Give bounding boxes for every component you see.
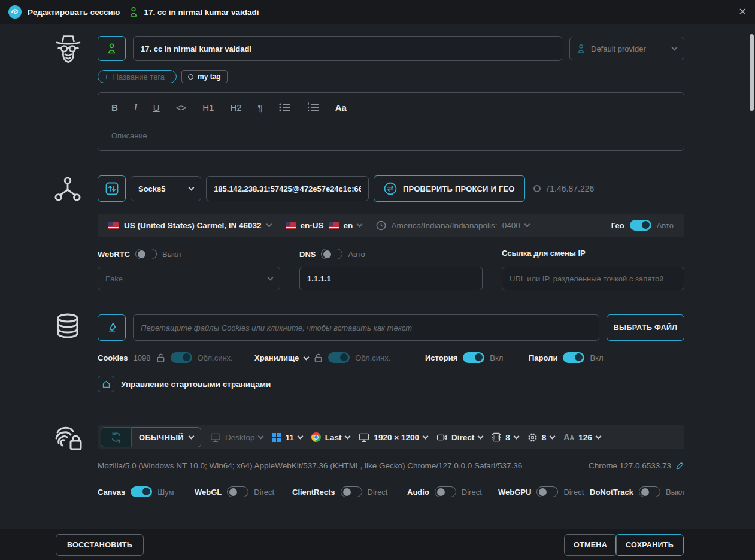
fingerprint-section-icon — [53, 424, 84, 453]
editor-toolbar: B I U <> H1 H2 ¶ Aa — [98, 93, 684, 112]
underline-button[interactable]: U — [153, 103, 160, 112]
geo-language-select[interactable]: en-US en — [286, 221, 362, 230]
italic-button[interactable]: I — [134, 103, 137, 112]
geo-timezone-select[interactable]: America/Indiana/Indianapolis: -0400 — [376, 220, 529, 231]
webrtc-mode-value: Fake — [105, 274, 262, 283]
avatar-button[interactable] — [98, 36, 126, 61]
font-case-button[interactable]: Aa — [335, 103, 347, 112]
donottrack-toggle[interactable] — [639, 486, 660, 497]
media-select[interactable]: Direct — [436, 433, 483, 442]
chevron-down-icon — [524, 221, 530, 227]
geo-toggle[interactable] — [630, 220, 651, 231]
description-editor[interactable]: B I U <> H1 H2 ¶ Aa Описание — [98, 92, 684, 151]
proxy-transfer-button[interactable] — [98, 175, 126, 202]
passwords-toggle[interactable] — [563, 352, 584, 363]
cpu-value: 8 — [542, 433, 547, 442]
webgl-toggle[interactable] — [227, 486, 248, 497]
history-toggle[interactable] — [463, 352, 484, 363]
canvas-group: Canvas Шум — [98, 486, 174, 497]
proxy-string-input[interactable] — [206, 176, 369, 201]
lock-open-icon[interactable] — [314, 353, 323, 363]
audio-toggle[interactable] — [435, 486, 456, 497]
chevron-down-icon[interactable] — [304, 354, 310, 360]
regenerate-button[interactable] — [101, 427, 132, 447]
webgl-group: WebGL Direct — [195, 486, 274, 497]
profile-row: Default provider — [98, 36, 684, 61]
paragraph-button[interactable]: ¶ — [258, 103, 263, 112]
session-person-icon — [129, 7, 138, 17]
add-tag-input[interactable]: + Название тега — [98, 70, 177, 83]
description-placeholder: Описание — [111, 131, 147, 140]
tag-chip[interactable]: my tag — [181, 70, 228, 83]
monitor-icon — [210, 432, 221, 443]
cookies-drop-input[interactable] — [133, 314, 599, 341]
storage-sync-toggle[interactable] — [328, 352, 350, 363]
code-button[interactable]: <> — [176, 103, 187, 112]
resolution-value: 1920 × 1200 — [374, 433, 419, 442]
tags-row: + Название тега my tag — [98, 70, 228, 83]
avatar-person-icon — [107, 43, 116, 55]
fingerprint-mode-value: ОБЫЧНЫЙ — [139, 433, 184, 442]
storage-sync-group: Хранилище Обл.синх. — [254, 352, 390, 363]
fonts-select[interactable]: AA 126 — [563, 432, 601, 443]
start-pages-row: Управление стартовыми страницами — [98, 376, 271, 392]
geo-bar: US (United States) Carmel, IN 46032 en-U… — [98, 214, 684, 237]
start-pages-button[interactable] — [98, 376, 114, 392]
resolution-select[interactable]: 1920 × 1200 — [359, 432, 427, 443]
canvas-state: Шум — [157, 488, 174, 497]
webrtc-mode-select[interactable]: Fake — [98, 267, 280, 290]
close-icon[interactable]: ✕ — [739, 6, 747, 17]
profile-section-icon — [51, 35, 85, 65]
session-name-input[interactable] — [133, 36, 562, 61]
scrollbar[interactable] — [750, 34, 754, 111]
dns-header: DNS Авто — [299, 249, 365, 259]
donottrack-state: Выкл — [666, 488, 684, 497]
cookies-label: Cookies — [98, 353, 128, 362]
fingerprint-mode-select[interactable]: ОБЫЧНЫЙ — [132, 427, 201, 447]
save-button[interactable]: СОХРАНИТЬ — [615, 534, 684, 556]
webrtc-toggle[interactable] — [135, 249, 157, 259]
h1-button[interactable]: H1 — [202, 103, 214, 112]
proxy-type-select[interactable]: Socks5 — [131, 176, 201, 201]
start-pages-label: Управление стартовыми страницами — [121, 380, 271, 389]
geo-location-select[interactable]: US (United States) Carmel, IN 46032 — [108, 221, 271, 230]
ordered-list-icon[interactable] — [307, 102, 319, 112]
ram-select[interactable]: 8 — [492, 432, 519, 443]
h2-button[interactable]: H2 — [230, 103, 241, 112]
clientrects-toggle[interactable] — [341, 486, 362, 497]
webgpu-toggle[interactable] — [536, 486, 558, 497]
webgl-state: Direct — [254, 488, 274, 497]
cookies-sync-group: Cookies 1098 Обл.синх. — [98, 352, 233, 363]
chrome-icon — [311, 432, 321, 442]
dns-toggle[interactable] — [321, 249, 342, 259]
provider-select[interactable]: Default provider — [569, 37, 684, 60]
check-proxy-button[interactable]: ПРОВЕРИТЬ ПРОКСИ И ГЕО — [374, 175, 525, 202]
lock-open-icon[interactable] — [156, 353, 165, 363]
cookies-sync-toggle[interactable] — [171, 352, 192, 363]
audio-label: Audio — [407, 488, 429, 497]
footer: ВОССТАНОВИТЬ ОТМЕНА СОХРАНИТЬ — [0, 529, 755, 560]
clear-cookies-button[interactable] — [98, 314, 126, 341]
edit-icon[interactable] — [675, 461, 684, 470]
dns-input[interactable] — [299, 267, 483, 290]
media-value: Direct — [451, 433, 474, 442]
cookies-sync-state: Обл.синх. — [198, 353, 233, 362]
browser-version-select[interactable]: Last — [311, 432, 350, 442]
bold-button[interactable]: B — [111, 103, 118, 112]
ip-change-input[interactable] — [502, 267, 684, 290]
browser-build-group: Chrome 127.0.6533.73 — [589, 461, 684, 470]
choose-file-button[interactable]: ВЫБРАТЬ ФАЙЛ — [607, 314, 684, 341]
cpu-select[interactable]: 8 — [527, 432, 555, 443]
webrtc-header: WebRTC Выкл — [98, 249, 181, 259]
os-type-select[interactable]: Desktop — [210, 432, 263, 443]
geo-toggle-group: Гео Авто — [611, 220, 674, 231]
os-version-value: 11 — [285, 433, 293, 442]
save-label: СОХРАНИТЬ — [626, 541, 674, 549]
bullet-list-icon[interactable] — [279, 102, 291, 112]
cancel-button[interactable]: ОТМЕНА — [564, 534, 617, 556]
restore-button[interactable]: ВОССТАНОВИТЬ — [56, 534, 144, 556]
canvas-toggle[interactable] — [131, 486, 152, 497]
os-version-select[interactable]: 11 — [272, 433, 302, 442]
donottrack-group: DoNotTrack Выкл — [590, 486, 684, 497]
browser-version-value: Last — [325, 433, 342, 442]
